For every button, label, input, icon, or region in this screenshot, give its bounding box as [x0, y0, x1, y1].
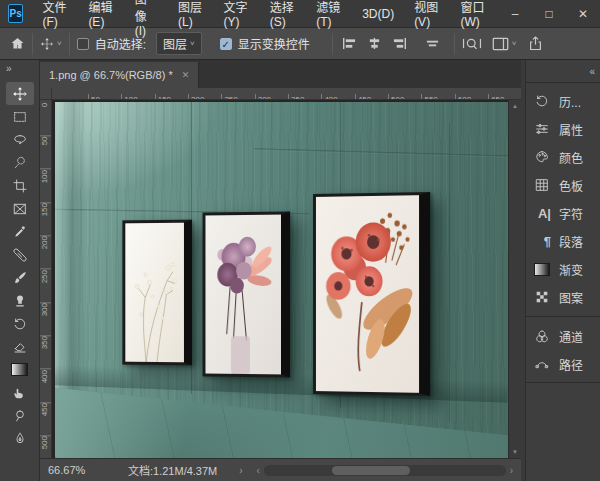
zoom-level[interactable]: 66.67% — [48, 464, 100, 476]
status-bar: 66.67% 文档:1.21M/4.37M › ‹ › — [40, 458, 521, 481]
history-brush-tool[interactable] — [6, 312, 34, 335]
scroll-right-icon[interactable]: › — [506, 465, 517, 476]
ruler-tick: 0 — [40, 103, 52, 136]
menu-item[interactable]: 3D(D) — [353, 3, 403, 25]
workspace-chevron-icon[interactable]: ˅ — [512, 39, 517, 48]
scrollbar-thumb[interactable] — [332, 466, 410, 475]
dodge-tool[interactable] — [6, 404, 34, 427]
wall-seam — [449, 123, 450, 422]
ruler-tick: 100 — [40, 170, 52, 203]
smudge-tool[interactable] — [6, 381, 34, 404]
tool-palette: » — [0, 60, 40, 481]
menu-item[interactable]: 图层(L) — [169, 0, 212, 33]
auto-select-checkbox[interactable] — [77, 38, 89, 50]
brush-tool[interactable] — [6, 266, 34, 289]
align-left-icon[interactable] — [342, 37, 357, 50]
right-panel-dock: « 历... 属性 — [525, 60, 600, 481]
distribute-icon[interactable] — [425, 37, 440, 50]
show-transform-checkbox[interactable]: ✓ — [220, 38, 232, 50]
document-tab[interactable]: 1.png @ 66.7%(RGB/8) * ✕ — [40, 62, 199, 88]
artwork-frame-gypsophila — [122, 220, 192, 366]
panel-collapse-icon[interactable]: « — [589, 66, 594, 77]
close-button[interactable]: ✕ — [566, 0, 600, 27]
panel-character[interactable]: A| 字符 — [526, 199, 600, 227]
toolbar-expand-icon[interactable]: » — [0, 60, 17, 78]
zoom-search-icon[interactable] — [462, 36, 482, 51]
show-transform-label: 显示变换控件 — [238, 35, 310, 52]
scrollbar-track[interactable] — [264, 465, 506, 476]
status-menu-arrow-icon[interactable]: › — [239, 465, 242, 476]
eraser-tool[interactable] — [6, 335, 34, 358]
auto-select-label: 自动选择: — [95, 35, 146, 52]
home-icon[interactable] — [10, 36, 25, 51]
menu-item[interactable]: 编辑(E) — [79, 0, 123, 33]
document-tab-bar: 1.png @ 66.7%(RGB/8) * ✕ — [40, 60, 521, 88]
horizontal-ruler: 5010015020025030035040045050055060065070… — [52, 88, 521, 100]
titlebar: Ps 文件(F)编辑(E)图像(I)图层(L)文字(Y)选择(S)滤镜(T)3D… — [0, 0, 600, 28]
canvas-viewport[interactable] — [52, 100, 508, 458]
ruler-tick: 200 — [40, 236, 52, 269]
panel-channels[interactable]: 通道 — [526, 322, 600, 350]
panel-gradient[interactable]: 渐变 — [526, 255, 600, 283]
panel-swatches[interactable]: 色板 — [526, 171, 600, 199]
dropdown-chevron-icon: ˅ — [190, 39, 195, 48]
photoshop-logo-icon: Ps — [8, 4, 23, 23]
minimize-button[interactable]: – — [498, 0, 532, 27]
auto-select-target-dropdown[interactable]: 图层 ˅ — [156, 32, 202, 55]
move-tool[interactable] — [6, 82, 34, 105]
document-tab-title: 1.png @ 66.7%(RGB/8) * — [49, 69, 173, 81]
healing-brush-tool[interactable] — [6, 243, 34, 266]
crop-tool[interactable] — [6, 174, 34, 197]
quick-selection-tool[interactable] — [6, 151, 34, 174]
ruler-origin-corner — [40, 88, 52, 100]
tab-close-icon[interactable]: ✕ — [182, 70, 190, 80]
move-tool-icon[interactable] — [40, 37, 54, 51]
clone-stamp-tool[interactable] — [6, 289, 34, 312]
move-tool-chevron-icon[interactable]: ˅ — [57, 39, 62, 48]
ruler-tick: 300 — [40, 303, 52, 336]
panel-paragraph[interactable]: ¶ 段落 — [526, 227, 600, 255]
align-center-icon[interactable] — [367, 37, 382, 50]
panel-properties[interactable]: 属性 — [526, 115, 600, 143]
menu-item[interactable]: 滤镜(T) — [307, 0, 351, 33]
menu-item[interactable]: 视图(V) — [405, 0, 449, 33]
scroll-up-icon[interactable]: ▲ — [512, 100, 518, 112]
panel-history[interactable]: 历... — [526, 87, 600, 115]
align-right-icon[interactable] — [392, 37, 407, 50]
ruler-tick: 150 — [40, 203, 52, 236]
menu-item[interactable]: 文件(F) — [33, 0, 77, 33]
panel-pattern[interactable]: 图案 — [526, 283, 600, 311]
ruler-tick: 250 — [40, 270, 52, 303]
document-size-info: 文档:1.21M/4.37M — [128, 462, 217, 478]
horizontal-scrollbar[interactable]: ‹ › — [253, 465, 517, 476]
eyedropper-tool[interactable] — [6, 220, 34, 243]
vertical-ruler: 050100150200250300350400450500 — [40, 100, 52, 458]
pen-tool[interactable] — [6, 427, 34, 450]
menu-item[interactable]: 窗口(W) — [451, 0, 498, 33]
lasso-tool[interactable] — [6, 128, 34, 151]
scroll-down-icon[interactable]: ▼ — [512, 446, 518, 458]
vertical-scrollbar[interactable]: ▲ ▼ — [508, 100, 521, 458]
workspace-icon[interactable] — [492, 37, 509, 51]
artwork-frame-coral-bouquet — [313, 192, 430, 396]
panel-icon — [533, 355, 551, 373]
tools-list — [6, 82, 34, 450]
panel-icon — [533, 120, 551, 138]
frame-tool[interactable] — [6, 197, 34, 220]
panel-group-2: 通道 路径 — [526, 322, 600, 378]
maximize-button[interactable]: □ — [532, 0, 566, 27]
gradient-tool[interactable] — [6, 358, 34, 381]
ruler-tick: 350 — [40, 336, 52, 369]
window-controls: – □ ✕ — [498, 0, 600, 27]
marquee-tool[interactable] — [6, 105, 34, 128]
canvas-image[interactable] — [55, 102, 508, 458]
panel-icon — [533, 176, 551, 194]
ruler-tick: 450 — [40, 403, 52, 436]
share-icon[interactable] — [528, 36, 543, 51]
left-wall-corner — [55, 102, 87, 401]
panel-paths[interactable]: 路径 — [526, 350, 600, 378]
menu-item[interactable]: 选择(S) — [261, 0, 305, 33]
menu-item[interactable]: 文字(Y) — [215, 0, 259, 33]
scroll-left-icon[interactable]: ‹ — [253, 465, 264, 476]
panel-color[interactable]: 颜色 — [526, 143, 600, 171]
